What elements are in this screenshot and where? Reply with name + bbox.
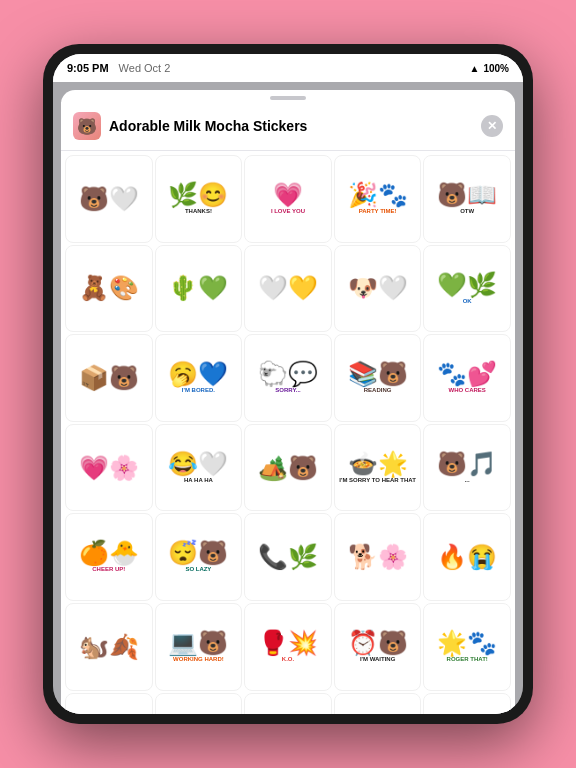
- device-screen: 9:05 PM Wed Oct 2 ▲ 100% 🐻 Adorable Milk…: [53, 54, 523, 714]
- modal-overlay: 🐻 Adorable Milk Mocha Stickers ✕ 🐻🤍🌿😊THA…: [53, 82, 523, 714]
- sticker-label: OK: [463, 298, 472, 305]
- sticker-item[interactable]: ☀️🧡RELAX: [65, 693, 153, 714]
- sticker-emoji: 🐻📖: [437, 183, 497, 207]
- sticker-item[interactable]: 🐿️🍂: [65, 603, 153, 691]
- sticker-emoji: 🌿😊: [168, 183, 228, 207]
- sticker-label: ...: [465, 477, 470, 484]
- sticker-item[interactable]: 🧸🎨: [65, 245, 153, 333]
- sticker-emoji: 🎉🐾: [348, 183, 408, 207]
- sticker-emoji: 🏕️🐻: [258, 456, 318, 480]
- sticker-label: WORKING HARD!: [173, 656, 224, 663]
- sticker-item[interactable]: 🐻🤍: [65, 155, 153, 243]
- sticker-item[interactable]: 🐾💕WHO CARES: [423, 334, 511, 422]
- sticker-item[interactable]: 📚🐻READING: [334, 334, 422, 422]
- sticker-modal: 🐻 Adorable Milk Mocha Stickers ✕ 🐻🤍🌿😊THA…: [61, 90, 515, 714]
- sticker-item[interactable]: ⏰🐻I'M WAITING: [334, 603, 422, 691]
- sticker-label: I LOVE YOU: [271, 208, 305, 215]
- sticker-label: OTW: [460, 208, 474, 215]
- sticker-item[interactable]: 💗🌸: [65, 424, 153, 512]
- status-time: 9:05 PM Wed Oct 2: [67, 62, 170, 74]
- sticker-emoji: 🐻🤍: [79, 187, 139, 211]
- sticker-label: HA HA HA: [184, 477, 213, 484]
- sticker-item[interactable]: 📞🌿: [244, 513, 332, 601]
- status-bar: 9:05 PM Wed Oct 2 ▲ 100%: [53, 54, 523, 82]
- sticker-emoji: 🐶🤍: [348, 276, 408, 300]
- sticker-item[interactable]: 🍲🌟I'M SORRY TO HEAR THAT: [334, 424, 422, 512]
- sticker-item[interactable]: ✨🐻PLEASE?: [155, 693, 243, 714]
- sticker-label: SO LAZY: [185, 566, 211, 573]
- sticker-item[interactable]: 😂🤍HA HA HA: [155, 424, 243, 512]
- sticker-label: READING: [364, 387, 392, 394]
- sticker-emoji: 💗: [273, 183, 303, 207]
- sticker-emoji: 🍊🐣: [79, 541, 139, 565]
- sticker-emoji: 🐑💬: [258, 362, 318, 386]
- sticker-emoji: 🐿️🍂: [79, 635, 139, 659]
- sticker-emoji: 🥊💥: [258, 631, 318, 655]
- sticker-item[interactable]: 🐑💬SORRY...: [244, 334, 332, 422]
- sticker-emoji: 📞🌿: [258, 545, 318, 569]
- sticker-label: I'M BORED.: [182, 387, 215, 394]
- close-button[interactable]: ✕: [481, 115, 503, 137]
- app-icon: 🐻: [73, 112, 101, 140]
- sticker-emoji: 😂🤍: [168, 452, 228, 476]
- sticker-item[interactable]: 🐻🎵...: [423, 424, 511, 512]
- device-frame: 9:05 PM Wed Oct 2 ▲ 100% 🐻 Adorable Milk…: [43, 44, 533, 724]
- sticker-item[interactable]: 🎉🐾PARTY TIME!: [334, 155, 422, 243]
- drag-handle: [270, 96, 306, 100]
- sticker-emoji: 🐕🌸: [348, 545, 408, 569]
- sticker-label: THANKS!: [185, 208, 212, 215]
- wifi-icon: ▲: [470, 63, 480, 74]
- sticker-emoji: 🍲🌟: [348, 452, 408, 476]
- sticker-emoji: 🤍💛: [258, 276, 318, 300]
- sticker-item[interactable]: 🐕🌸: [334, 513, 422, 601]
- sticker-item[interactable]: 💕🐾: [423, 693, 511, 714]
- sticker-item[interactable]: 💙🐻: [334, 693, 422, 714]
- sticker-item[interactable]: 🤍💛: [244, 245, 332, 333]
- sticker-item[interactable]: 🔥😭: [423, 513, 511, 601]
- sticker-emoji: 💚🌿: [437, 273, 497, 297]
- sticker-emoji: ⏰🐻: [348, 631, 408, 655]
- sticker-item[interactable]: 🐶🤍: [334, 245, 422, 333]
- sticker-emoji: 😴🐻: [168, 541, 228, 565]
- sticker-emoji: 💗🌸: [79, 456, 139, 480]
- sticker-label: PARTY TIME!: [359, 208, 397, 215]
- sticker-emoji: 🐻🎵: [437, 452, 497, 476]
- sticker-emoji: 🌵💚: [168, 276, 228, 300]
- sticker-emoji: 📚🐻: [348, 362, 408, 386]
- sticker-item[interactable]: 💗I LOVE YOU: [244, 155, 332, 243]
- sticker-item[interactable]: 🍊🐣CHEER UP!: [65, 513, 153, 601]
- sticker-label: WHO CARES: [449, 387, 486, 394]
- sticker-emoji: 📦🐻: [79, 366, 139, 390]
- sticker-item[interactable]: 🐻📖OTW: [423, 155, 511, 243]
- sticker-item[interactable]: 😴🐻SO LAZY: [155, 513, 243, 601]
- sticker-label: I'M WAITING: [360, 656, 395, 663]
- sticker-item[interactable]: 🏕️🐻: [244, 424, 332, 512]
- modal-title: Adorable Milk Mocha Stickers: [109, 118, 481, 134]
- sticker-item[interactable]: 🌟🐾ROGER THAT!: [423, 603, 511, 691]
- sticker-grid: 🐻🤍🌿😊THANKS!💗I LOVE YOU🎉🐾PARTY TIME!🐻📖OTW…: [61, 151, 515, 714]
- sticker-item[interactable]: 🥊💥K.O.: [244, 603, 332, 691]
- sticker-label: ROGER THAT!: [447, 656, 488, 663]
- modal-header: 🐻 Adorable Milk Mocha Stickers ✕: [61, 102, 515, 151]
- sticker-label: I'M SORRY TO HEAR THAT: [339, 477, 416, 484]
- sticker-item[interactable]: 🌿😊THANKS!: [155, 155, 243, 243]
- sticker-item[interactable]: 🤍🐻: [244, 693, 332, 714]
- sticker-label: K.O.: [282, 656, 294, 663]
- sticker-item[interactable]: 🌵💚: [155, 245, 243, 333]
- sticker-emoji: 🧸🎨: [79, 276, 139, 300]
- sticker-emoji: 💻🐻: [168, 631, 228, 655]
- sticker-label: CHEER UP!: [92, 566, 125, 573]
- sticker-emoji: 🥱💙: [168, 362, 228, 386]
- sticker-label: SORRY...: [275, 387, 300, 394]
- sticker-item[interactable]: 📦🐻: [65, 334, 153, 422]
- sticker-emoji: 🔥😭: [437, 545, 497, 569]
- status-indicators: ▲ 100%: [470, 63, 509, 74]
- sticker-emoji: 🌟🐾: [437, 631, 497, 655]
- sticker-item[interactable]: 🥱💙I'M BORED.: [155, 334, 243, 422]
- sticker-emoji: 🐾💕: [437, 362, 497, 386]
- sticker-item[interactable]: 💚🌿OK: [423, 245, 511, 333]
- sticker-item[interactable]: 💻🐻WORKING HARD!: [155, 603, 243, 691]
